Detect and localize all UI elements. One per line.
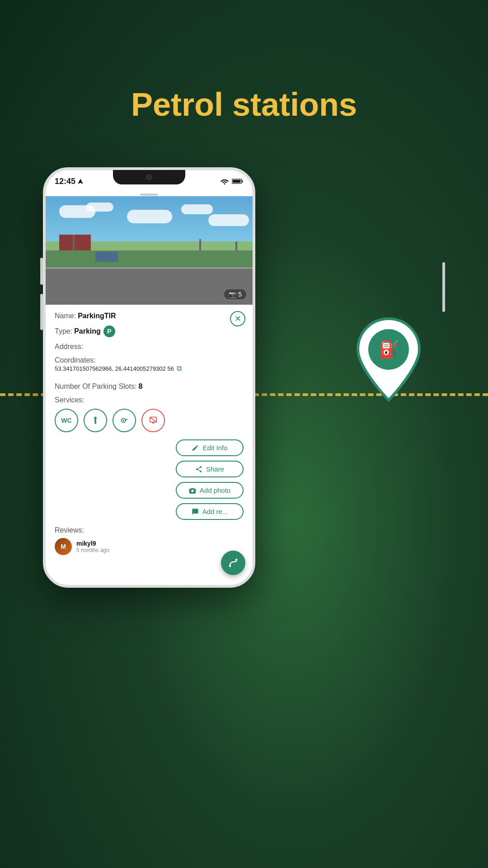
no-fire-icon (148, 415, 158, 425)
cctv-icon (119, 415, 129, 425)
edit-icon (192, 444, 199, 452)
action-buttons: Edit Info Share Add photo Add re... (55, 439, 244, 520)
reviewer-avatar: M (55, 538, 72, 555)
phone-frame: 12:45 (43, 167, 255, 588)
reviewer-info: mikyl9 5 months ago (76, 540, 109, 553)
parking-slots-row: Number Of Parking Slots: 8 (55, 382, 244, 391)
svg-point-16 (229, 565, 231, 567)
close-button[interactable]: ✕ (230, 311, 245, 326)
location-arrow-icon (77, 178, 84, 184)
phone-volume-down (40, 294, 43, 330)
status-icons (220, 178, 244, 184)
svg-point-12 (122, 420, 124, 421)
address-row: Address: (55, 343, 244, 351)
share-button[interactable]: Share (176, 461, 244, 477)
service-wc-icon: WC (55, 409, 78, 432)
services-label: Services: (55, 396, 244, 404)
review-item: M mikyl9 5 months ago (55, 538, 244, 555)
services-row: WC (55, 409, 244, 432)
parking-type-badge: P (103, 326, 115, 337)
add-photo-icon (189, 487, 196, 494)
status-time: 12:45 (55, 177, 84, 186)
phone-power-button (442, 262, 445, 312)
fab-button[interactable] (221, 551, 245, 575)
info-panel: ✕ Name: ParkingTIR Type: Parking P Addre… (46, 305, 253, 585)
edit-info-button[interactable]: Edit Info (176, 439, 244, 456)
svg-rect-4 (233, 180, 241, 183)
reviews-label: Reviews: (55, 526, 244, 534)
svg-line-14 (150, 417, 157, 422)
phone-service-icon (90, 415, 100, 425)
copy-icon[interactable]: ⧉ (177, 364, 182, 373)
svg-point-9 (94, 417, 97, 420)
type-row: Type: Parking P (55, 326, 244, 337)
page-title: Petrol stations (0, 86, 488, 123)
svg-text:⛽: ⛽ (379, 340, 399, 359)
share-icon (195, 466, 202, 473)
coordinates-value-row[interactable]: 53.341701507562966, 26.4414005279302 56 … (55, 364, 182, 373)
svg-rect-15 (152, 422, 155, 424)
add-review-icon (192, 508, 199, 515)
svg-rect-10 (94, 419, 96, 422)
service-phone-icon (84, 409, 107, 432)
phone-notch (113, 170, 185, 184)
svg-point-17 (235, 559, 238, 561)
photo-count-badge: 📷 5 (224, 289, 246, 299)
add-review-button[interactable]: Add re... (176, 503, 244, 520)
name-row: Name: ParkingTIR (55, 312, 244, 320)
front-camera (146, 174, 152, 180)
svg-rect-3 (242, 180, 243, 183)
wifi-icon (220, 178, 229, 184)
camera-icon: 📷 (229, 291, 236, 298)
battery-icon (232, 178, 244, 184)
add-photo-button[interactable]: Add photo (176, 482, 244, 499)
coordinates-row: Coordinates: 53.341701507562966, 26.4414… (55, 356, 244, 377)
route-icon (227, 557, 239, 569)
phone-volume-up (40, 258, 43, 285)
service-no-fire-icon (141, 409, 165, 432)
map-pin-icon: ⛽ (352, 316, 425, 402)
location-photo[interactable]: 📷 5 (46, 196, 253, 305)
service-camera-icon (113, 409, 136, 432)
scroll-indicator (140, 193, 158, 196)
